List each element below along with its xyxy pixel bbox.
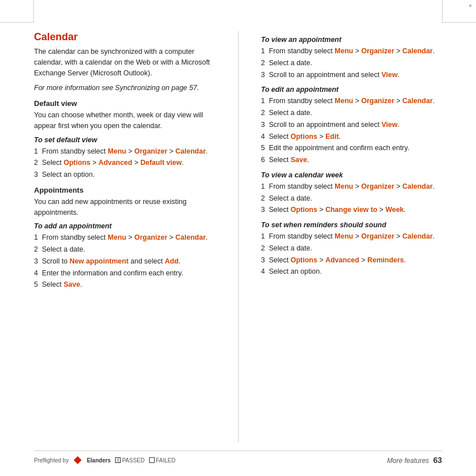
preflight-info: Preflighted by Elanders ╳ PASSED FAILED [34,456,176,465]
view-appointment-section: To view an appointment 1 From standby se… [261,36,443,80]
left-column: Calendar The calendar can be synchronize… [34,31,221,442]
edit-appointment-title: To edit an appointment [261,86,443,94]
view-calendar-week-section: To view a calendar week 1 From standby s… [261,171,443,215]
organizer-link: Organizer [361,182,394,190]
organizer-link: Organizer [134,147,167,155]
company-name: Elanders [87,457,110,464]
organizer-link: Organizer [134,233,167,241]
step-item: 1 From standby select Menu > Organizer >… [261,181,443,192]
step-item: 3 Select Options > Change view to > Week… [261,205,443,215]
step-item: 4 Enter the information and confirm each… [34,268,215,279]
calendar-link: Calendar [402,232,433,240]
page: Calendar The calendar can be synchronize… [0,0,476,476]
default-view-body: You can choose whether month, week or da… [34,110,215,131]
options-link: Options [291,206,317,214]
set-default-view-title: To set default view [34,136,215,144]
menu-link: Menu [108,233,126,241]
save-link: Save [63,280,80,288]
step-item: 3 Scroll to an appointment and select Vi… [261,70,443,80]
column-divider [238,31,239,442]
menu-link: Menu [335,97,354,105]
step-item: 2 Select Options > Advanced > Default vi… [34,158,215,168]
elanders-logo-icon [73,456,82,465]
appointments-section: Appointments You can add new appointment… [34,186,215,290]
menu-link: Menu [335,47,354,55]
corner-decoration-left [0,0,34,23]
step-item: 2 Select a date. [261,108,443,118]
preflight-label: Preflighted by [34,457,69,464]
default-view-section: Default view You can choose whether mont… [34,99,215,180]
step-item: 1 From standby select Menu > Organizer >… [261,46,443,57]
set-reminders-steps: 1 From standby select Menu > Organizer >… [261,231,443,277]
step-item: 5 Edit the appointment and confirm each … [261,143,443,154]
page-number: 63 [433,456,442,465]
step-item: 2 Select a date. [261,243,443,254]
edit-appointment-section: To edit an appointment 1 From standby se… [261,86,443,165]
add-link: Add [165,257,178,265]
organizer-link: Organizer [361,97,394,105]
add-appointment-title: To add an appointment [34,222,215,230]
step-item: 3 Select an option. [34,169,215,180]
step-item: 4 Select an option. [261,266,443,277]
appointments-body: You can add new appointments or reuse ex… [34,197,215,218]
calendar-link: Calendar [176,147,206,155]
checkbox-failed: FAILED [149,457,175,464]
step-item: 3 Select Options > Advanced > Reminders. [261,255,443,266]
checkbox-passed: ╳ PASSED [115,457,144,464]
new-appointment-link: New appointment [70,257,129,265]
set-reminders-section: To set when reminders should sound 1 Fro… [261,221,443,277]
advanced-link: Advanced [99,159,133,167]
footer: Preflighted by Elanders ╳ PASSED FAILED … [34,450,442,465]
right-column: To view an appointment 1 From standby se… [256,31,443,442]
step-item: 1 From standby select Menu > Organizer >… [261,231,443,242]
default-view-title: Default view [34,99,215,108]
step-item: 2 Select a date. [34,244,215,255]
add-appointment-steps: 1 From standby select Menu > Organizer >… [34,232,215,290]
change-view-link: Change view to [325,206,377,214]
options-link: Options [291,256,317,264]
step-item: 2 Select a date. [261,193,443,204]
view-link: View [381,121,397,129]
options-link: Options [291,133,317,141]
organizer-link: Organizer [361,47,394,55]
calendar-link: Calendar [402,182,433,190]
page-section-label: More features [387,457,429,465]
save-link: Save [291,156,307,164]
failed-label: FAILED [156,457,175,464]
edit-link: Edit [325,133,339,141]
appointments-title: Appointments [34,186,215,194]
svg-marker-0 [74,456,82,464]
step-item: 1 From standby select Menu > Organizer >… [261,96,443,107]
footer-page-info: More features 63 [387,456,442,465]
main-content: Calendar The calendar can be synchronize… [34,31,442,442]
intro-text: The calendar can be synchronized with a … [34,46,215,78]
organizer-link: Organizer [361,232,394,240]
step-item: 5 Select Save. [34,279,215,290]
calendar-link: Calendar [402,97,433,105]
week-link: Week [385,206,403,214]
set-default-view-steps: 1 From standby select Menu > Organizer >… [34,146,215,180]
advanced-link: Advanced [325,256,359,264]
view-link: View [381,71,397,79]
options-link: Options [63,159,90,167]
step-item: 3 Scroll to an appointment and select Vi… [261,120,443,130]
corner-decoration-right [442,0,476,23]
calendar-link: Calendar [402,47,433,55]
menu-link: Menu [108,147,126,155]
view-calendar-week-title: To view a calendar week [261,171,443,179]
default-view-link: Default view [141,159,182,167]
view-appointment-steps: 1 From standby select Menu > Organizer >… [261,46,443,80]
menu-link: Menu [335,182,354,190]
step-item: 1 From standby select Menu > Organizer >… [34,146,215,157]
passed-label: PASSED [122,457,144,464]
page-title: Calendar [34,31,215,43]
menu-link: Menu [335,232,354,240]
step-item: 2 Select a date. [261,58,443,69]
sync-note: For more information see Synchronizing o… [34,83,215,94]
step-item: 1 From standby select Menu > Organizer >… [34,232,215,243]
step-item: 4 Select Options > Edit. [261,131,443,142]
edit-appointment-steps: 1 From standby select Menu > Organizer >… [261,96,443,165]
reminders-link: Reminders [367,256,404,264]
set-reminders-title: To set when reminders should sound [261,221,443,229]
view-calendar-week-steps: 1 From standby select Menu > Organizer >… [261,181,443,215]
